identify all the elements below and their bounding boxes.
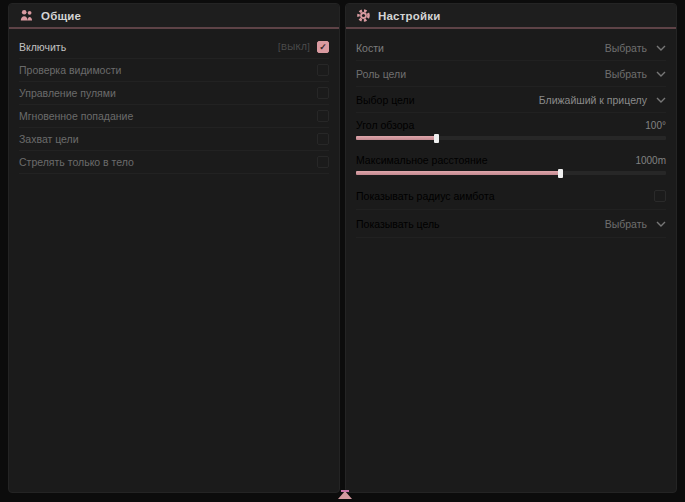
row-body-only[interactable]: Стрелять только в тело [19, 151, 329, 174]
row-bones-value: Выбрать [605, 42, 647, 54]
chevron-down-icon [656, 221, 666, 227]
row-max-distance-slider[interactable] [356, 171, 666, 175]
panel-general-header: Общие [9, 4, 339, 29]
row-bullet-control-checkbox[interactable] [317, 87, 329, 99]
row-max-distance-label: Максимальное расстояние [356, 154, 487, 166]
scroll-up-arrow-icon[interactable] [338, 491, 352, 499]
row-target-lock-checkbox[interactable] [317, 133, 329, 145]
panel-settings-header: Настройки [346, 4, 676, 29]
row-show-aimbot-radius-label: Показывать радиус аимбота [356, 190, 495, 202]
row-fov-slider[interactable] [356, 136, 666, 140]
gear-icon [356, 8, 371, 23]
row-visibility-check-checkbox[interactable] [317, 64, 329, 76]
row-show-target[interactable]: Показывать цель Выбрать [356, 210, 666, 238]
row-bones[interactable]: Кости Выбрать [356, 35, 666, 61]
row-visibility-check[interactable]: Проверка видимости [19, 59, 329, 82]
row-target-role-value: Выбрать [605, 68, 647, 80]
row-show-aimbot-radius[interactable]: Показывать радиус аимбота [356, 183, 666, 210]
row-body-only-checkbox[interactable] [317, 156, 329, 168]
row-show-target-label: Показывать цель [356, 218, 440, 230]
chevron-down-icon [656, 71, 666, 77]
users-icon [19, 8, 34, 23]
general-rows: Включить [ВЫКЛ] Проверка видимости Управ… [9, 36, 339, 174]
row-show-target-dropdown[interactable]: Выбрать [605, 218, 666, 230]
row-body-only-label: Стрелять только в тело [19, 156, 134, 168]
chevron-down-icon [656, 45, 666, 51]
row-visibility-check-label: Проверка видимости [19, 64, 121, 76]
row-bones-label: Кости [356, 42, 384, 54]
row-enable-label: Включить [19, 41, 66, 53]
row-bones-dropdown[interactable]: Выбрать [605, 42, 666, 54]
row-enable[interactable]: Включить [ВЫКЛ] [19, 36, 329, 59]
row-instant-hit[interactable]: Мгновенное попадание [19, 105, 329, 128]
row-target-selection-label: Выбор цели [356, 94, 415, 106]
row-instant-hit-checkbox[interactable] [317, 110, 329, 122]
row-show-aimbot-radius-checkbox[interactable] [654, 190, 666, 202]
panel-settings: Настройки Кости Выбрать Роль цели Выбрат… [345, 3, 677, 493]
row-target-role-label: Роль цели [356, 68, 406, 80]
row-fov-label: Угол обзора [356, 119, 414, 131]
row-show-target-value: Выбрать [605, 218, 647, 230]
panel-settings-title: Настройки [378, 10, 440, 22]
row-enable-keybind[interactable]: [ВЫКЛ] [278, 42, 310, 52]
panel-general-title: Общие [41, 10, 81, 22]
row-target-role[interactable]: Роль цели Выбрать [356, 61, 666, 87]
row-target-role-dropdown[interactable]: Выбрать [605, 68, 666, 80]
row-fov-slider-fill[interactable] [356, 136, 437, 140]
row-fov: Угол обзора 100° [356, 113, 666, 148]
row-bullet-control[interactable]: Управление пулями [19, 82, 329, 105]
row-target-selection-dropdown[interactable]: Ближайший к прицелу [539, 94, 666, 106]
row-bullet-control-label: Управление пулями [19, 87, 116, 99]
row-instant-hit-label: Мгновенное попадание [19, 110, 133, 122]
row-max-distance: Максимальное расстояние 1000m [356, 148, 666, 183]
row-enable-checkbox[interactable] [317, 41, 329, 53]
row-target-selection[interactable]: Выбор цели Ближайший к прицелу [356, 87, 666, 113]
row-target-lock-label: Захват цели [19, 133, 79, 145]
row-max-distance-slider-fill[interactable] [356, 171, 561, 175]
row-target-selection-value: Ближайший к прицелу [539, 94, 647, 106]
panel-general: Общие Включить [ВЫКЛ] Проверка видимости… [8, 3, 340, 493]
row-max-distance-value: 1000m [635, 155, 666, 166]
row-target-lock[interactable]: Захват цели [19, 128, 329, 151]
settings-rows: Кости Выбрать Роль цели Выбрать Выбор це… [346, 35, 676, 238]
chevron-down-icon [656, 97, 666, 103]
row-fov-value: 100° [645, 120, 666, 131]
